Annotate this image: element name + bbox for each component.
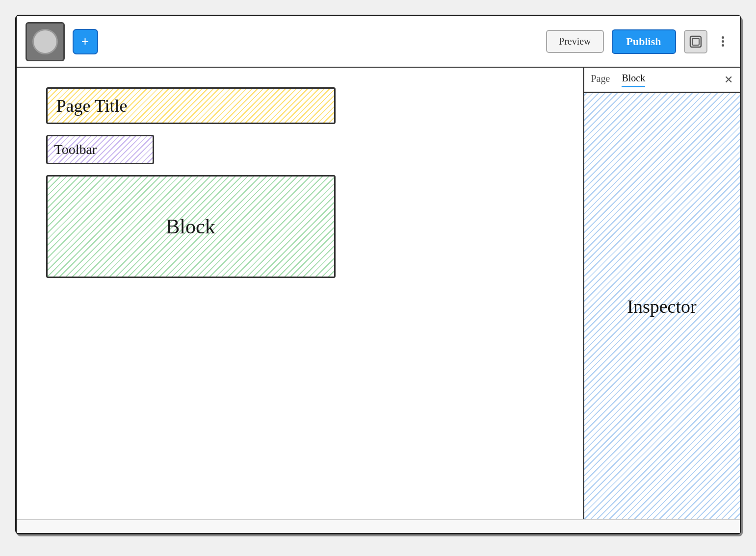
publish-button[interactable]: Publish [612, 29, 676, 54]
tab-page[interactable]: Page [591, 73, 610, 86]
main-area: Page Title Toolbar Block Page Block ✕ [17, 68, 740, 519]
top-bar: + Preview Publish [17, 16, 740, 68]
inspector-label: Inspector [627, 296, 696, 317]
inspector-body: Inspector [584, 93, 740, 519]
more-options-button[interactable] [715, 30, 731, 53]
settings-icon-button[interactable] [684, 30, 707, 53]
settings-icon [689, 35, 702, 48]
plus-icon: + [81, 34, 89, 50]
toolbar-box[interactable]: Toolbar [46, 135, 154, 164]
toolbar-text: Toolbar [54, 142, 97, 157]
more-dot-1 [722, 36, 724, 39]
editor-panel: Page Title Toolbar Block [17, 68, 583, 519]
inspector-tabs: Page Block ✕ [584, 68, 740, 93]
logo-button[interactable] [26, 22, 65, 61]
block-text: Block [166, 215, 215, 238]
page-title-box[interactable]: Page Title [46, 87, 336, 124]
preview-button[interactable]: Preview [546, 30, 604, 53]
bottom-bar [17, 519, 740, 533]
logo-circle-icon [32, 29, 58, 54]
page-title-text: Page Title [56, 96, 128, 116]
app-frame: + Preview Publish Page Title [15, 15, 741, 534]
close-icon[interactable]: ✕ [724, 74, 733, 86]
inspector-panel: Page Block ✕ Inspector [583, 68, 740, 519]
block-box[interactable]: Block [46, 175, 336, 278]
more-dot-3 [722, 44, 724, 47]
add-button[interactable]: + [73, 29, 98, 54]
more-dot-2 [722, 40, 724, 43]
tab-block[interactable]: Block [622, 73, 645, 87]
svg-rect-1 [692, 38, 699, 45]
